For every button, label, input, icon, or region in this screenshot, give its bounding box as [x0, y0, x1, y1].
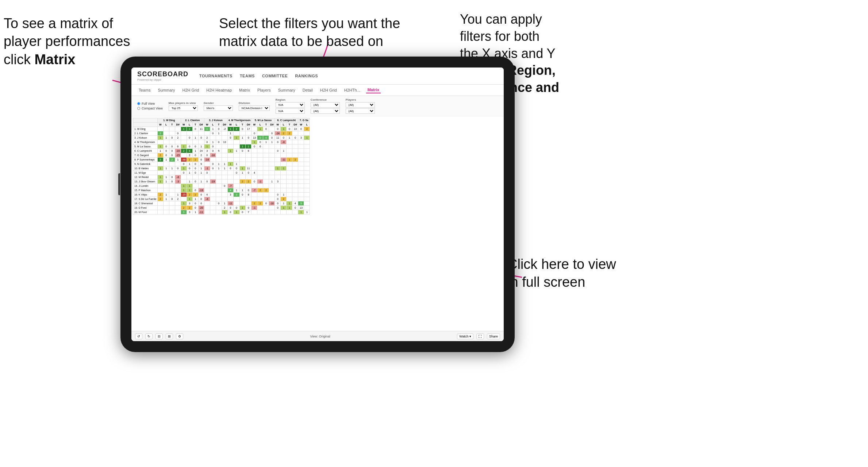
compact-view-radio[interactable] — [137, 107, 140, 110]
clamp-l: L — [281, 123, 287, 127]
toolbar-watch[interactable]: Watch ▾ — [457, 333, 473, 339]
max-players-select[interactable]: Top 25 — [169, 105, 198, 111]
nav-committee[interactable]: COMMITTEE — [262, 74, 288, 78]
table-row: 11. M Ege 0101 0 010 4 — [133, 171, 310, 175]
table-row: 17. S De La Fuente 2102 110 -8 02 — [133, 197, 310, 201]
sub-nav: Teams Summary H2H Grid H2H Heatmap Matri… — [131, 85, 504, 96]
subnav-matrix[interactable]: Matrix — [238, 87, 251, 93]
gsa-w: W — [298, 123, 304, 127]
player-name: 14. J Lundin — [133, 184, 158, 188]
main-nav: TOURNAMENTS TEAMS COMMITTEE RANKINGS — [199, 74, 318, 78]
table-row: 13. J Skov Olesen 110-3 101 0-19 22 0-11… — [133, 180, 310, 184]
player-name: 2. L Clanton — [133, 131, 158, 136]
table-row: 14. J Lundin 11 0 -7 — [133, 184, 310, 188]
subnav-h2h-grid2[interactable]: H2H Grid — [319, 87, 338, 93]
player-name: 5. M La Sasso — [133, 144, 158, 149]
subnav-detail[interactable]: Detail — [301, 87, 314, 93]
jkoivun-l: L — [210, 123, 216, 127]
nav-teams[interactable]: TEAMS — [240, 74, 255, 78]
clamp-dif: Dif — [292, 123, 298, 127]
subnav-players[interactable]: Players — [256, 87, 272, 93]
subnav-summary[interactable]: Summary — [156, 87, 176, 93]
filter-gender: Gender Men's — [204, 101, 233, 111]
mlasasso-dif: Dif — [269, 123, 275, 127]
toolbar-redo[interactable]: ↻ — [145, 333, 153, 339]
full-view-option[interactable]: Full View — [137, 102, 163, 105]
col-header-5: 5. M La Sasso — [251, 118, 275, 123]
nav-rankings[interactable]: RANKINGS — [295, 74, 318, 78]
app-logo: SCOREBOARD — [137, 70, 188, 78]
table-row: 7. G Sargent 200-15 202 0-16 — [133, 153, 310, 158]
table-row: 19. D Ford 220-20 2 0010 -1 0110 13 — [133, 206, 310, 210]
player-name: 7. G Sargent — [133, 153, 158, 158]
col-header-4: 4. M Thorbjornsen — [227, 118, 251, 123]
sub-col-player — [133, 123, 158, 127]
toolbar-undo[interactable]: ↺ — [135, 333, 142, 339]
lclanton-w: W — [181, 123, 187, 127]
wding-l: L — [163, 123, 169, 127]
region-label: Region — [276, 98, 305, 101]
compact-view-option[interactable]: Compact View — [137, 107, 163, 110]
toolbar-settings[interactable]: ⚙ — [176, 333, 183, 339]
mlasasso-w: W — [251, 123, 257, 127]
lclanton-l: L — [187, 123, 192, 127]
subnav-summary2[interactable]: Summary — [277, 87, 297, 93]
tablet-screen: SCOREBOARD Powered by clippd TOURNAMENTS… — [131, 67, 504, 341]
table-row: 8. P Summerhays 5121 -48220 -16 -1112 — [133, 158, 310, 162]
subnav-h2h-heatmap[interactable]: H2H Heatmap — [205, 87, 233, 93]
col-header-7: 7. G Sa — [298, 118, 310, 123]
conference-select[interactable]: (All) — [311, 102, 340, 108]
filter-players: Players (All) (All) — [346, 98, 375, 114]
view-options: Full View Compact View — [137, 102, 163, 110]
player-name: 20. M Ford — [133, 210, 158, 215]
player-name: 11. M Ege — [133, 171, 158, 175]
player-name: 1. W Ding — [133, 127, 158, 131]
conference-select2[interactable]: (All) — [311, 108, 340, 114]
fullscreen-button[interactable]: ⛶ — [476, 333, 484, 339]
col-header-6: 6. C Lamprecht — [275, 118, 298, 123]
conference-label: Conference — [311, 98, 340, 101]
jkoivun-t: T — [216, 123, 222, 127]
table-row: 5. M La Sasso 1006 1001 10 11 06 — [133, 144, 310, 149]
region-select2[interactable]: N/A — [276, 108, 305, 114]
toolbar: ↺ ↻ ⊟ ⊞ ⚙ View: Original Watch ▾ ⛶ Share — [131, 331, 504, 341]
gender-select[interactable]: Men's — [204, 105, 233, 111]
toolbar-share[interactable]: Share — [487, 333, 500, 339]
toolbar-zoom-out[interactable]: ⊟ — [155, 333, 163, 339]
player-name: 19. D Ford — [133, 206, 158, 210]
division-label: Division — [239, 101, 270, 105]
nav-tournaments[interactable]: TOURNAMENTS — [199, 74, 233, 78]
wding-dif: Dif — [175, 123, 181, 127]
toolbar-zoom-in[interactable]: ⊞ — [166, 333, 173, 339]
player-name: 16. K Vilips — [133, 193, 158, 197]
subnav-h2h-grid[interactable]: H2H Grid — [181, 87, 200, 93]
table-row: 10. B Valdes 1110 1001 -1011 00111 11 — [133, 166, 310, 171]
app-logo-sub: Powered by clippd — [137, 78, 188, 81]
clamp-w: W — [275, 123, 281, 127]
table-row: 9. N Gabrelcik 0109 011 11 — [133, 162, 310, 166]
player-name: 18. C Sherwood — [133, 201, 158, 206]
player-name: 12. M Riedel — [133, 175, 158, 180]
filter-division: Division NCAA Division I — [239, 101, 270, 111]
table-row: 18. C Sherwood 1300 01 -11 220-10 0114 5 — [133, 201, 310, 206]
annotation-bottom-right: Click here to view in full screen — [507, 255, 616, 292]
player-name: 10. B Valdes — [133, 166, 158, 171]
annotation-top-center: Select the filters you want the matrix d… — [219, 15, 400, 51]
lclanton-dif: Dif — [198, 123, 204, 127]
player-name: 9. N Gabrelcik — [133, 162, 158, 166]
full-view-radio[interactable] — [137, 102, 140, 105]
players-select2[interactable]: (All) — [346, 108, 375, 114]
table-row: 15. P Maichon 110-19 4110 -722 — [133, 188, 310, 193]
player-name: 17. S De La Fuente — [133, 197, 158, 201]
mthor-w: W — [227, 123, 233, 127]
players-select[interactable]: (All) — [346, 102, 375, 108]
table-row: 20. M Ford 331-11 1 0107 11 — [133, 210, 310, 215]
subnav-teams[interactable]: Teams — [137, 87, 152, 93]
tablet-side-button — [118, 173, 120, 195]
col-header-2: 2. L Clanton — [181, 118, 204, 123]
subnav-h2hth[interactable]: H2HTh... — [343, 87, 362, 93]
wding-t: T — [169, 123, 175, 127]
subnav-matrix-active[interactable]: Matrix — [366, 87, 381, 93]
region-select[interactable]: N/A — [276, 102, 305, 108]
division-select[interactable]: NCAA Division I — [239, 105, 270, 111]
